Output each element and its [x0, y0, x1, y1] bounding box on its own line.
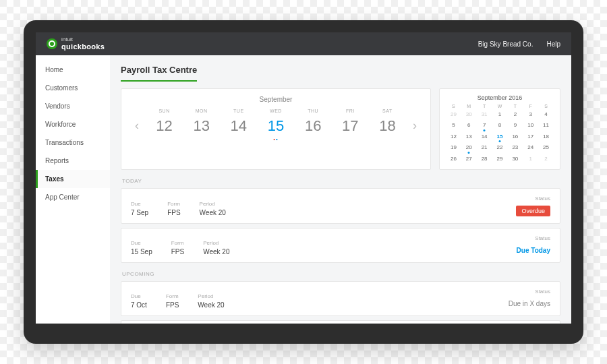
- company-name[interactable]: Big Sky Bread Co.: [478, 40, 533, 48]
- calendar-day[interactable]: 29: [446, 110, 461, 119]
- sidebar-item-reports[interactable]: Reports: [36, 152, 110, 170]
- calendar-day[interactable]: 30: [462, 110, 476, 119]
- calendar-day[interactable]: 3: [523, 110, 538, 119]
- calendar-day[interactable]: 2: [508, 110, 522, 119]
- calendar-day[interactable]: 2: [539, 154, 553, 164]
- mini-calendar: September 2016 SMTWTFS293031123456789101…: [439, 88, 560, 170]
- week-day[interactable]: WED15••: [257, 109, 294, 142]
- calendar-day[interactable]: 26: [446, 154, 461, 164]
- help-link[interactable]: Help: [546, 40, 560, 48]
- page-title: Payroll Tax Centre: [121, 62, 197, 82]
- task-status: Due Today: [517, 247, 550, 254]
- calendar-day[interactable]: 17: [523, 132, 538, 142]
- calendar-day[interactable]: 12: [446, 132, 461, 142]
- quickbooks-icon: [47, 38, 57, 49]
- topbar: intuit quickbooks Big Sky Bread Co. Help: [36, 32, 571, 55]
- task-row[interactable]: Due15 SepFormFPSPeriodWeek 20StatusDue T…: [121, 228, 560, 263]
- calendar-day[interactable]: 15: [493, 132, 507, 142]
- sidebar: HomeCustomersVendorsWorkforceTransaction…: [36, 55, 110, 324]
- section-upcoming-label: UPCOMING: [122, 271, 559, 277]
- brand-name: quickbooks: [61, 42, 105, 51]
- calendar-day[interactable]: 29: [493, 154, 507, 164]
- sidebar-item-taxes[interactable]: Taxes: [36, 170, 110, 188]
- screen: intuit quickbooks Big Sky Bread Co. Help…: [36, 32, 571, 324]
- calendar-day[interactable]: 1: [493, 110, 507, 119]
- sidebar-item-home[interactable]: Home: [36, 61, 110, 79]
- week-view-card: September ‹ SUN12MON13TUE14WED15••THU16F…: [121, 88, 431, 170]
- calendar-day[interactable]: 8: [493, 121, 507, 130]
- calendar-day[interactable]: 23: [508, 143, 522, 152]
- calendar-day[interactable]: 31: [478, 110, 492, 119]
- calendar-day[interactable]: 7: [478, 121, 492, 130]
- calendar-day[interactable]: 18: [539, 132, 553, 142]
- week-day[interactable]: THU16: [295, 109, 332, 142]
- week-day[interactable]: SAT18: [369, 109, 406, 142]
- calendar-day[interactable]: 10: [523, 121, 538, 130]
- task-row[interactable]: Due15 OctFormFPSPeriodWeek 20StatusDue i…: [121, 320, 560, 324]
- calendar-day[interactable]: 28: [478, 154, 492, 164]
- mini-calendar-title: September 2016: [446, 94, 553, 101]
- week-prev-button[interactable]: ‹: [132, 119, 142, 133]
- week-day[interactable]: SUN12: [146, 109, 183, 142]
- sidebar-item-transactions[interactable]: Transactions: [36, 133, 110, 152]
- sidebar-item-app-center[interactable]: App Center: [36, 188, 110, 206]
- calendar-day[interactable]: 19: [446, 143, 461, 152]
- calendar-day[interactable]: 21: [478, 143, 492, 152]
- calendar-day[interactable]: 4: [539, 110, 553, 119]
- laptop-frame: intuit quickbooks Big Sky Bread Co. Help…: [24, 20, 583, 344]
- task-status: Due in X days: [509, 300, 550, 307]
- week-days: SUN12MON13TUE14WED15••THU16FRI17SAT18: [146, 109, 406, 142]
- calendar-day[interactable]: 1: [523, 154, 538, 164]
- mini-calendar-grid: SMTWTFS293031123456789101112131415161718…: [446, 104, 553, 164]
- calendar-day[interactable]: 24: [523, 143, 538, 152]
- task-row[interactable]: Due7 SepFormFPSPeriodWeek 20StatusOverdu…: [121, 188, 560, 224]
- calendar-day[interactable]: 20: [462, 143, 476, 152]
- brand-pre: intuit: [61, 37, 105, 42]
- calendar-day[interactable]: 9: [508, 121, 522, 130]
- week-day[interactable]: TUE14: [220, 109, 257, 142]
- calendar-day[interactable]: 6: [462, 121, 476, 130]
- brand-logo[interactable]: intuit quickbooks: [47, 37, 105, 51]
- calendar-day[interactable]: 22: [493, 143, 507, 152]
- week-day[interactable]: FRI17: [332, 109, 369, 142]
- week-day[interactable]: MON13: [183, 109, 220, 142]
- main-content: Payroll Tax Centre September ‹ SUN12MON1…: [110, 55, 571, 324]
- sidebar-item-vendors[interactable]: Vendors: [36, 97, 110, 115]
- calendar-day[interactable]: 5: [446, 121, 461, 130]
- calendar-day[interactable]: 14: [478, 132, 492, 142]
- task-status: Overdue: [516, 206, 550, 216]
- calendar-day[interactable]: 11: [539, 121, 553, 130]
- calendar-day[interactable]: 27: [462, 154, 476, 164]
- sidebar-item-workforce[interactable]: Workforce: [36, 115, 110, 133]
- week-month-label: September: [132, 96, 420, 103]
- week-next-button[interactable]: ›: [410, 119, 420, 133]
- calendar-day[interactable]: 25: [539, 143, 553, 152]
- calendar-day[interactable]: 30: [508, 154, 522, 164]
- task-row[interactable]: Due7 OctFormFPSPeriodWeek 20StatusDue in…: [121, 281, 560, 316]
- section-today-label: TODAY: [122, 178, 559, 184]
- calendar-day[interactable]: 16: [508, 132, 522, 142]
- calendar-day[interactable]: 13: [462, 132, 476, 142]
- sidebar-item-customers[interactable]: Customers: [36, 79, 110, 97]
